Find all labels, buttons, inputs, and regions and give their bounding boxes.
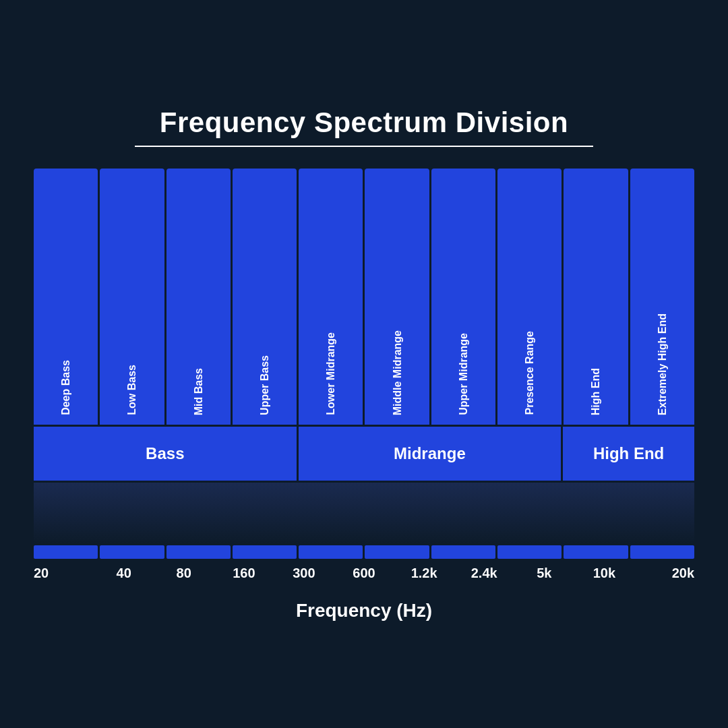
sub-bands-row: Deep BassLow BassMid BassUpper BassLower…	[34, 169, 694, 425]
freq-marker-5	[365, 545, 429, 559]
freq-label-80: 80	[154, 566, 214, 581]
chart-title: Frequency Spectrum Division	[160, 107, 568, 139]
gradient-area	[34, 483, 694, 543]
sub-band-4: Lower Midrange	[299, 169, 363, 425]
main-band-label-2: High End	[593, 444, 664, 463]
freq-label-160: 160	[214, 566, 274, 581]
main-band-high-end: High End	[563, 427, 694, 481]
main-bands-row: BassMidrangeHigh End	[34, 427, 694, 481]
freq-marker-3	[233, 545, 297, 559]
main-band-label-1: Midrange	[394, 444, 466, 463]
freq-marker-6	[431, 545, 495, 559]
sub-band-label-6: Upper Midrange	[457, 333, 470, 415]
main-band-label-0: Bass	[146, 444, 184, 463]
freq-markers-row	[34, 545, 694, 559]
sub-band-1: Low Bass	[100, 169, 164, 425]
sub-band-label-0: Deep Bass	[59, 360, 72, 415]
sub-band-label-5: Middle Midrange	[391, 330, 404, 415]
sub-band-label-3: Upper Bass	[258, 355, 271, 415]
freq-label-2.4k: 2.4k	[454, 566, 514, 581]
freq-marker-1	[100, 545, 164, 559]
sub-band-label-9: Extremely High End	[656, 313, 669, 415]
sub-band-label-2: Mid Bass	[192, 368, 205, 415]
main-band-bass: Bass	[34, 427, 297, 481]
sub-band-8: High End	[564, 169, 628, 425]
freq-label-20: 20	[34, 566, 94, 581]
freq-marker-9	[630, 545, 694, 559]
sub-band-label-4: Lower Midrange	[324, 332, 337, 415]
freq-marker-0	[34, 545, 98, 559]
sub-band-label-8: High End	[589, 368, 602, 415]
freq-label-300: 300	[274, 566, 334, 581]
chart-area: Deep BassLow BassMid BassUpper BassLower…	[34, 169, 694, 581]
title-underline	[135, 146, 593, 147]
sub-band-label-7: Presence Range	[523, 331, 536, 415]
freq-label-1.2k: 1.2k	[394, 566, 454, 581]
sub-band-label-1: Low Bass	[125, 365, 138, 415]
sub-band-9: Extremely High End	[630, 169, 694, 425]
freq-label-40: 40	[94, 566, 154, 581]
main-container: Frequency Spectrum Division Deep BassLow…	[34, 107, 694, 621]
x-axis-title: Frequency (Hz)	[296, 600, 432, 621]
sub-band-3: Upper Bass	[233, 169, 297, 425]
freq-label-600: 600	[334, 566, 394, 581]
freq-labels-row: 2040801603006001.2k2.4k5k10k20k	[34, 566, 694, 581]
main-band-midrange: Midrange	[299, 427, 562, 481]
freq-marker-8	[564, 545, 628, 559]
freq-marker-7	[497, 545, 562, 559]
sub-band-7: Presence Range	[497, 169, 562, 425]
freq-label-10k: 10k	[574, 566, 634, 581]
sub-band-6: Upper Midrange	[431, 169, 495, 425]
freq-label-5k: 5k	[514, 566, 574, 581]
freq-marker-2	[166, 545, 231, 559]
sub-band-5: Middle Midrange	[365, 169, 429, 425]
freq-marker-4	[299, 545, 363, 559]
sub-band-0: Deep Bass	[34, 169, 98, 425]
sub-band-2: Mid Bass	[166, 169, 231, 425]
freq-label-20k: 20k	[634, 566, 694, 581]
